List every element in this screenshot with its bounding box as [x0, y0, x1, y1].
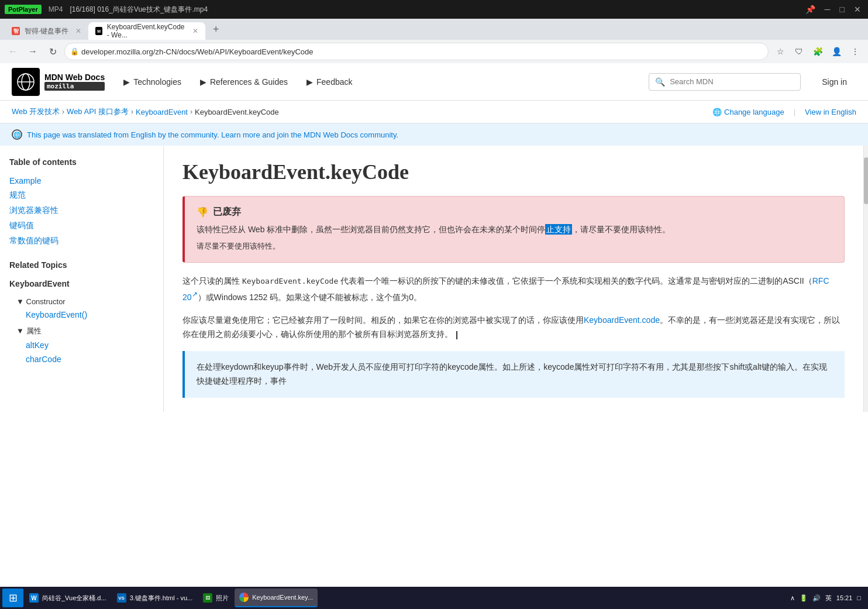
language-icon: 🌐: [712, 108, 722, 116]
tray-sound[interactable]: 🔊: [812, 594, 821, 602]
taskbar-photos[interactable]: 🖼 照片: [198, 589, 233, 607]
references-arrow: ▶: [200, 77, 206, 87]
globe-icon: 🌐: [12, 129, 22, 140]
taskbar-vscode[interactable]: VS 3.键盘事件.html - vu...: [112, 589, 198, 607]
article-para1: 这个只读的属性 KeyboardEvent.keyCode 代表着一个唯一标识的…: [182, 274, 845, 304]
breadcrumb-keyboard-event[interactable]: KeyboardEvent: [136, 108, 188, 116]
related-title: Related Topics: [9, 260, 154, 270]
deprecated-text-post: ，请尽量不要使用该特性。: [572, 225, 670, 234]
titlebar: PotPlayer MP4 [16/168] 016_尚硅谷Vue技术_键盘事件…: [0, 0, 868, 19]
taskbar-vscode-label: 3.键盘事件.html - vu...: [130, 594, 193, 603]
mdn-search[interactable]: 🔍: [649, 73, 801, 91]
properties-header[interactable]: ▼ 属性: [16, 324, 154, 338]
right-scrollbar[interactable]: [863, 146, 868, 412]
keyboard-event-constructor[interactable]: KeyboardEvent(): [26, 308, 154, 322]
photos-icon: 🖼: [203, 593, 212, 603]
toc-keycodes[interactable]: 键码值: [9, 218, 154, 233]
mdn-page: MDN Web Docs mozilla ▶ Technologies ▶ Re…: [0, 63, 868, 412]
start-button[interactable]: ⊞: [2, 589, 23, 607]
breadcrumb-sep3: ›: [190, 108, 192, 116]
tab-title-zhide: 智得·键盘事件: [25, 26, 68, 36]
format-badge: MP4: [49, 5, 63, 13]
mdn-logo: MDN Web Docs mozilla: [12, 68, 105, 96]
breadcrumb-web-api[interactable]: Web API 接口参考: [67, 106, 129, 117]
toc-example[interactable]: Example: [9, 174, 154, 188]
tab-close-zhide[interactable]: ✕: [75, 27, 81, 35]
breadcrumb: Web 开发技术 › Web API 接口参考 › KeyboardEvent …: [0, 101, 868, 123]
tray-lang[interactable]: 英: [825, 594, 832, 603]
constructor-label: Constructor: [26, 297, 66, 306]
feedback-arrow: ▶: [306, 77, 313, 87]
word-icon: W: [29, 593, 39, 603]
change-language-link[interactable]: 🌐 Change language: [712, 108, 784, 116]
nav-technologies[interactable]: ▶ Technologies: [116, 73, 188, 91]
signin-button[interactable]: Sign in: [812, 73, 856, 91]
tab-favicon-zhide: 智: [12, 27, 20, 35]
search-icon: 🔍: [655, 77, 665, 87]
menu-icon[interactable]: ⋮: [847, 43, 863, 60]
deprecated-text: 该特性已经从 Web 标准中删除，虽然一些浏览器目前仍然支持它，但也许会在未来的…: [197, 223, 832, 253]
address-bar: ← → ↻ 🔒 ☆ 🛡 🧩 👤 ⋮: [0, 40, 868, 63]
scrollbar-thumb[interactable]: [864, 157, 868, 204]
minimize-button[interactable]: ─: [822, 4, 833, 15]
constructor-header[interactable]: ▼ Constructor: [16, 295, 154, 308]
breadcrumb-current: KeyboardEvent.keyCode: [195, 108, 279, 116]
keyboardevent-code-link[interactable]: KeyboardEvent.code: [584, 315, 660, 325]
maximize-button[interactable]: □: [838, 4, 847, 15]
file-info: [16/168] 016_尚硅谷Vue技术_键盘事件.mp4: [70, 5, 208, 15]
taskbar-chrome[interactable]: KeyboardEvent.key...: [235, 589, 318, 607]
toc-compat[interactable]: 浏览器兼容性: [9, 203, 154, 218]
taskbar-word[interactable]: W 尚硅谷_Vue全家桶.d...: [25, 589, 111, 607]
vscode-icon: VS: [117, 593, 126, 603]
keyboard-event-link[interactable]: KeyboardEvent: [9, 277, 154, 291]
translation-notice: 🌐 This page was translated from English …: [0, 123, 868, 146]
pin-button[interactable]: 📌: [803, 4, 818, 15]
tab-zhide[interactable]: 智 智得·键盘事件 ✕: [5, 22, 88, 40]
info-box: 在处理keydown和keyup事件时，Web开发人员不应使用可打印字符的key…: [182, 351, 845, 398]
tab-close-mdn[interactable]: ✕: [192, 27, 198, 35]
para2-pre: 你应该尽量避免使用它；它已经被弃用了一段时间。相反的，如果它在你的浏览器中被实现…: [182, 315, 584, 325]
tab-mdn[interactable]: M KeyboardEvent.keyCode - We... ✕: [88, 22, 205, 40]
refresh-button[interactable]: ↻: [44, 43, 61, 60]
view-english-link[interactable]: View in English: [805, 108, 856, 116]
feedback-label: Feedback: [316, 77, 352, 87]
mdn-logo-line1: MDN Web Docs: [44, 73, 105, 82]
tray-battery[interactable]: 🔋: [800, 594, 808, 602]
translation-link[interactable]: This page was translated from English by…: [27, 130, 398, 139]
back-button[interactable]: ←: [5, 43, 21, 60]
tray-notification[interactable]: □: [857, 594, 861, 601]
toc-constants[interactable]: 常数值的键码: [9, 233, 154, 249]
taskbar-chrome-label: KeyboardEvent.key...: [252, 594, 313, 601]
potplayer-logo: PotPlayer: [5, 5, 42, 14]
lock-icon: 🔒: [70, 47, 79, 56]
close-button[interactable]: ✕: [852, 4, 863, 15]
mdn-logo-icon: [12, 68, 40, 96]
mdn-header: MDN Web Docs mozilla ▶ Technologies ▶ Re…: [0, 63, 868, 101]
search-input[interactable]: [670, 77, 794, 86]
tray-arrow[interactable]: ∧: [790, 594, 795, 602]
profile-icon[interactable]: 👤: [828, 43, 845, 60]
alt-key-link[interactable]: altKey: [26, 338, 154, 352]
url-wrapper: 🔒: [64, 43, 769, 60]
deprecated-box: 👎 已废弃 该特性已经从 Web 标准中删除，虽然一些浏览器目前仍然支持它，但也…: [182, 196, 845, 263]
references-label: References & Guides: [210, 77, 288, 87]
toc-spec[interactable]: 规范: [9, 188, 154, 203]
char-code-link[interactable]: charCode: [26, 352, 154, 366]
bookmark-star-icon[interactable]: ☆: [772, 43, 788, 60]
deprecated-title: 👎 已废弃: [197, 206, 832, 218]
window-controls[interactable]: 📌 ─ □ ✕: [803, 4, 863, 15]
properties-label: 属性: [26, 326, 42, 335]
extensions-icon[interactable]: 🧩: [810, 43, 826, 60]
new-tab-button[interactable]: +: [208, 21, 224, 37]
deprecated-icon: 👎: [197, 207, 208, 218]
nav-references[interactable]: ▶ References & Guides: [193, 73, 295, 91]
forward-button[interactable]: →: [25, 43, 41, 60]
breadcrumb-web-dev[interactable]: Web 开发技术: [12, 106, 60, 117]
shield-icon[interactable]: 🛡: [791, 43, 807, 60]
technologies-label: Technologies: [133, 77, 181, 87]
url-input[interactable]: [64, 43, 769, 60]
taskbar-photos-label: 照片: [216, 594, 229, 603]
nav-feedback[interactable]: ▶ Feedback: [299, 73, 359, 91]
deprecated-highlight: 止支持: [545, 224, 572, 235]
tray-time: 15:21: [836, 594, 853, 601]
